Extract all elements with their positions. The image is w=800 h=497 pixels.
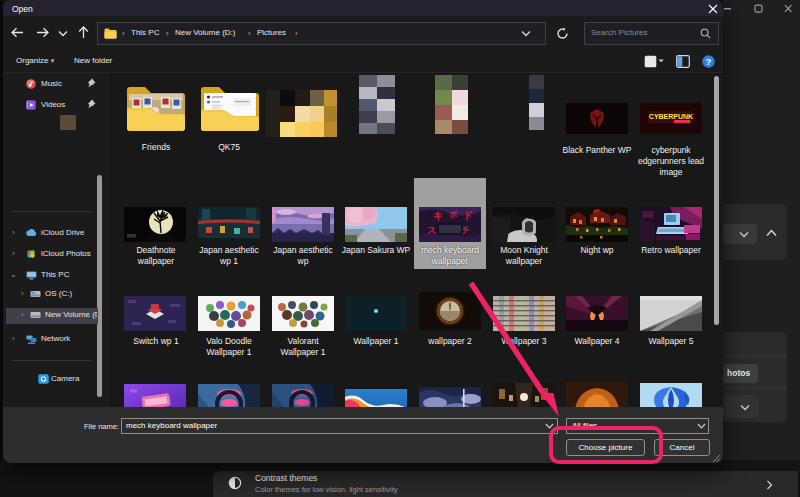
svg-text:?: ?	[706, 57, 712, 67]
svg-text:キ: キ	[433, 210, 443, 221]
svg-text:ド: ド	[463, 210, 473, 221]
svg-text:ボ: ボ	[448, 210, 457, 219]
svg-text:ス: ス	[427, 225, 436, 235]
svg-text:CYBERPUNK: CYBERPUNK	[649, 113, 693, 120]
